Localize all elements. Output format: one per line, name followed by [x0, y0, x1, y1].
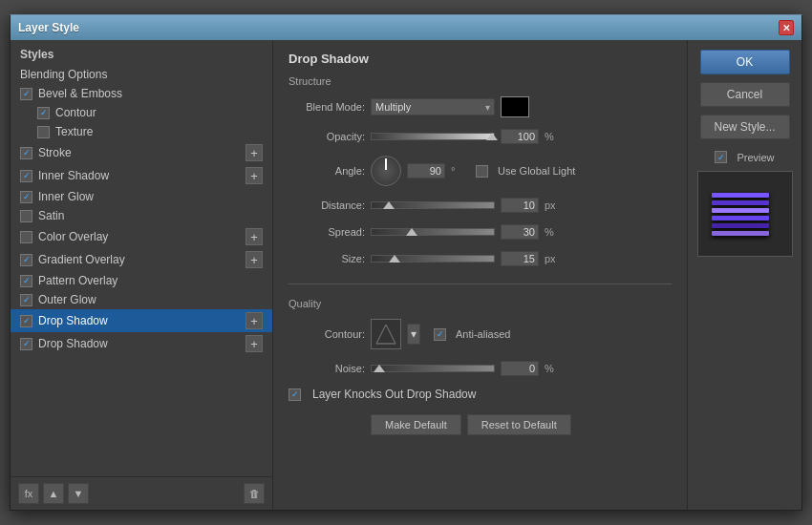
- noise-slider[interactable]: [371, 365, 495, 372]
- move-up-button[interactable]: ▲: [43, 483, 64, 504]
- sidebar-item-blending[interactable]: Blending Options: [11, 65, 272, 84]
- stroke-checkbox[interactable]: [20, 147, 32, 159]
- anti-aliased-label[interactable]: Anti-aliased: [434, 328, 510, 341]
- anti-aliased-checkbox[interactable]: [434, 328, 446, 341]
- sidebar-item-pattern-overlay[interactable]: Pattern Overlay: [11, 271, 272, 290]
- contour-checkbox[interactable]: [37, 107, 50, 119]
- global-light-checkbox[interactable]: [476, 165, 488, 178]
- global-light-label[interactable]: Use Global Light: [476, 165, 575, 178]
- sidebar-item-contour[interactable]: Contour: [11, 103, 272, 122]
- blend-mode-select-wrapper: Multiply Normal Screen Overlay: [371, 98, 495, 116]
- preview-label-container[interactable]: Preview: [715, 151, 774, 163]
- satin-checkbox[interactable]: [20, 210, 32, 222]
- spread-unit: %: [545, 226, 564, 238]
- drop-shadow-1-add-button[interactable]: +: [246, 312, 263, 329]
- knockout-label: Layer Knocks Out Drop Shadow: [312, 388, 476, 401]
- noise-input[interactable]: [501, 361, 539, 376]
- ok-button[interactable]: OK: [700, 50, 790, 74]
- drop-shadow-2-add-button[interactable]: +: [246, 335, 263, 352]
- dialog-body: Styles Blending Options Bevel & Emboss C…: [11, 40, 801, 510]
- color-overlay-checkbox[interactable]: [20, 231, 32, 243]
- blend-mode-row: Blend Mode: Multiply Normal Screen Overl…: [288, 96, 672, 117]
- preview-checkbox[interactable]: [715, 151, 727, 163]
- contour-selector[interactable]: [371, 319, 401, 349]
- fx-button[interactable]: fx: [18, 483, 39, 504]
- shadow-color-swatch[interactable]: [501, 96, 529, 117]
- opacity-input[interactable]: [501, 129, 539, 144]
- size-input[interactable]: [501, 251, 539, 266]
- angle-unit: °: [451, 165, 470, 177]
- inner-shadow-checkbox[interactable]: [20, 170, 32, 182]
- distance-slider[interactable]: [371, 201, 495, 209]
- size-label: Size:: [288, 253, 365, 264]
- spread-slider-handle[interactable]: [406, 228, 417, 236]
- move-down-button[interactable]: ▼: [68, 483, 89, 504]
- outer-glow-checkbox[interactable]: [20, 294, 32, 306]
- distance-unit: px: [545, 200, 564, 211]
- preview-area: [697, 171, 793, 257]
- divider: [288, 284, 672, 284]
- angle-row: Angle: ° Use Global Light: [288, 156, 672, 186]
- sidebar-item-bevel[interactable]: Bevel & Emboss: [11, 84, 272, 103]
- sidebar-item-texture[interactable]: Texture: [11, 122, 272, 141]
- preview-line-2: [712, 200, 769, 205]
- sidebar-item-satin[interactable]: Satin: [11, 206, 272, 225]
- action-buttons-row: Make Default Reset to Default: [288, 414, 672, 435]
- angle-label: Angle:: [288, 165, 365, 177]
- spread-slider[interactable]: [371, 228, 495, 236]
- sidebar-item-drop-shadow-2[interactable]: Drop Shadow +: [11, 332, 272, 355]
- contour-preview: [373, 321, 399, 347]
- bevel-checkbox[interactable]: [20, 88, 32, 100]
- gradient-overlay-checkbox[interactable]: [20, 254, 32, 266]
- styles-title: Styles: [11, 40, 272, 65]
- sidebar-item-outer-glow[interactable]: Outer Glow: [11, 290, 272, 309]
- close-button[interactable]: ✕: [779, 20, 794, 35]
- sidebar-item-color-overlay[interactable]: Color Overlay +: [11, 225, 272, 248]
- preview-line-4: [712, 216, 769, 220]
- preview-label: Preview: [737, 152, 774, 163]
- size-slider-handle[interactable]: [389, 255, 400, 262]
- sidebar-item-stroke[interactable]: Stroke +: [11, 141, 272, 164]
- reset-default-button[interactable]: Reset to Default: [467, 414, 571, 435]
- inner-shadow-add-button[interactable]: +: [246, 167, 263, 184]
- sidebar-item-gradient-overlay[interactable]: Gradient Overlay +: [11, 248, 272, 271]
- inner-glow-checkbox[interactable]: [20, 191, 32, 203]
- delete-button[interactable]: 🗑: [244, 483, 265, 504]
- angle-input[interactable]: [407, 163, 445, 178]
- stroke-add-button[interactable]: +: [246, 144, 263, 161]
- drop-shadow-1-checkbox[interactable]: [20, 315, 32, 327]
- distance-label: Distance:: [288, 200, 365, 211]
- texture-checkbox[interactable]: [37, 126, 50, 138]
- panel-title: Drop Shadow: [288, 52, 672, 66]
- spread-label: Spread:: [288, 226, 365, 238]
- sidebar-item-drop-shadow-1[interactable]: Drop Shadow +: [11, 309, 272, 332]
- distance-input[interactable]: [501, 198, 539, 213]
- opacity-row: Opacity: %: [288, 129, 672, 144]
- opacity-slider-handle[interactable]: [486, 133, 498, 140]
- new-style-button[interactable]: New Style...: [700, 115, 790, 139]
- distance-slider-handle[interactable]: [383, 201, 395, 209]
- cancel-button[interactable]: Cancel: [700, 82, 790, 107]
- contour-dropdown-btn[interactable]: ▾: [407, 324, 420, 345]
- noise-label: Noise:: [288, 363, 365, 374]
- blend-mode-select[interactable]: Multiply Normal Screen Overlay: [371, 98, 495, 116]
- noise-row: Noise: %: [288, 361, 672, 376]
- noise-slider-handle[interactable]: [374, 365, 385, 372]
- opacity-unit: %: [545, 131, 564, 142]
- color-overlay-add-button[interactable]: +: [246, 228, 263, 245]
- angle-line: [385, 158, 387, 170]
- knockout-checkbox[interactable]: [288, 388, 301, 401]
- right-panel: OK Cancel New Style... Preview: [687, 40, 801, 510]
- sidebar-item-inner-glow[interactable]: Inner Glow: [11, 187, 272, 206]
- drop-shadow-2-checkbox[interactable]: [20, 338, 32, 350]
- opacity-slider[interactable]: [371, 133, 495, 140]
- size-unit: px: [545, 253, 564, 264]
- size-slider[interactable]: [371, 255, 495, 262]
- angle-knob[interactable]: [371, 156, 401, 186]
- pattern-overlay-checkbox[interactable]: [20, 275, 32, 287]
- make-default-button[interactable]: Make Default: [371, 414, 461, 435]
- spread-input[interactable]: [501, 224, 539, 240]
- sidebar-item-inner-shadow[interactable]: Inner Shadow +: [11, 164, 272, 187]
- gradient-overlay-add-button[interactable]: +: [246, 251, 263, 268]
- left-panel: Styles Blending Options Bevel & Emboss C…: [11, 40, 273, 510]
